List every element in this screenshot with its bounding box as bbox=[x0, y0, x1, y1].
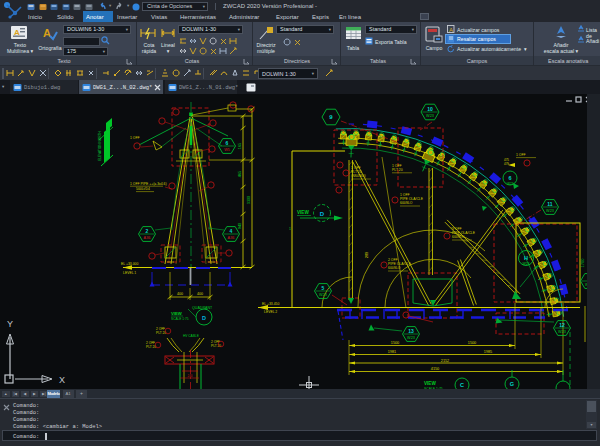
svg-text:6: 6 bbox=[508, 175, 511, 181]
svg-text:9: 9 bbox=[329, 114, 333, 120]
svg-text:A: A bbox=[449, 27, 453, 33]
svg-text:W23: W23 bbox=[507, 182, 514, 186]
svg-text:D: D bbox=[202, 315, 206, 321]
svg-text:ELEVATION NORTH: ELEVATION NORTH bbox=[98, 131, 102, 161]
svg-text:4: 4 bbox=[230, 228, 233, 234]
svg-text:600SLO: 600SLO bbox=[400, 201, 413, 205]
svg-text:600SLO: 600SLO bbox=[388, 266, 401, 270]
svg-text:W23: W23 bbox=[523, 262, 530, 266]
svg-text:VIEW: VIEW bbox=[171, 311, 182, 316]
svg-text:PLT 20: PLT 20 bbox=[392, 168, 403, 172]
svg-text:EL +33.000: EL +33.000 bbox=[121, 262, 138, 266]
svg-text:400: 400 bbox=[197, 292, 203, 296]
svg-text:1500: 1500 bbox=[468, 341, 476, 345]
svg-text:A36: A36 bbox=[228, 236, 235, 240]
svg-text:6: 6 bbox=[226, 140, 229, 146]
svg-text:240: 240 bbox=[187, 374, 192, 378]
svg-text:2: 2 bbox=[146, 228, 149, 234]
svg-text:1700: 1700 bbox=[580, 258, 585, 268]
svg-text:W23: W23 bbox=[319, 293, 327, 297]
svg-text:1985: 1985 bbox=[484, 350, 492, 354]
svg-text:G: G bbox=[510, 381, 514, 387]
svg-text:10: 10 bbox=[427, 106, 433, 112]
svg-text:W23: W23 bbox=[546, 209, 554, 213]
svg-text:X: X bbox=[59, 375, 65, 385]
svg-text:HV CABLE: HV CABLE bbox=[183, 334, 199, 338]
svg-text:11: 11 bbox=[547, 201, 553, 207]
svg-text:1 OFF: 1 OFF bbox=[516, 153, 526, 157]
svg-text:A: A bbox=[14, 28, 20, 37]
svg-text:W23: W23 bbox=[585, 283, 587, 287]
svg-text:SCALE 1:75: SCALE 1:75 bbox=[171, 317, 189, 321]
svg-text:1 OFF PIPE ++(a.3x4.6): 1 OFF PIPE ++(a.3x4.6) bbox=[130, 182, 167, 186]
svg-text:600SLO: 600SLO bbox=[452, 235, 465, 239]
svg-text:W23: W23 bbox=[407, 336, 415, 340]
svg-text:5: 5 bbox=[322, 285, 325, 291]
svg-text:Y: Y bbox=[7, 319, 13, 329]
svg-text:W23: W23 bbox=[426, 114, 434, 118]
svg-text:12: 12 bbox=[559, 322, 565, 328]
svg-text:C: C bbox=[460, 382, 464, 388]
svg-text:1981: 1981 bbox=[388, 350, 396, 354]
svg-text:400: 400 bbox=[177, 292, 183, 296]
svg-text:479: 479 bbox=[504, 162, 509, 166]
svg-text:500Lt/D4: 500Lt/D4 bbox=[136, 187, 150, 191]
svg-text:LEVEL 2: LEVEL 2 bbox=[264, 310, 277, 314]
svg-text:4150: 4150 bbox=[431, 367, 439, 371]
svg-text:940: 940 bbox=[238, 223, 242, 229]
svg-text:3300: 3300 bbox=[247, 196, 251, 204]
svg-text:PLT 20: PLT 20 bbox=[156, 331, 166, 335]
svg-text:H: H bbox=[524, 255, 528, 261]
svg-text:D: D bbox=[320, 211, 325, 217]
svg-text:1500: 1500 bbox=[391, 341, 399, 345]
svg-text:EL +33.450: EL +33.450 bbox=[262, 302, 279, 306]
svg-text:W5: W5 bbox=[224, 148, 230, 152]
svg-text:13: 13 bbox=[408, 328, 414, 334]
svg-text:1: 1 bbox=[289, 227, 291, 231]
svg-text:LEVEL 1: LEVEL 1 bbox=[123, 271, 136, 275]
svg-text:2152: 2152 bbox=[441, 359, 449, 363]
svg-text:289: 289 bbox=[364, 251, 369, 258]
svg-text:A36: A36 bbox=[144, 236, 151, 240]
svg-text:W23: W23 bbox=[558, 330, 566, 334]
svg-text:VIEW: VIEW bbox=[424, 381, 436, 386]
svg-text:PLT 20: PLT 20 bbox=[211, 344, 221, 348]
svg-text:465: 465 bbox=[238, 171, 242, 177]
svg-text:165: 165 bbox=[238, 143, 242, 149]
svg-text:PLT 20: PLT 20 bbox=[146, 345, 156, 349]
svg-text:VIEW: VIEW bbox=[297, 210, 309, 215]
svg-text:(NS4360): (NS4360) bbox=[351, 174, 366, 178]
svg-text:1 OFF: 1 OFF bbox=[130, 136, 140, 140]
